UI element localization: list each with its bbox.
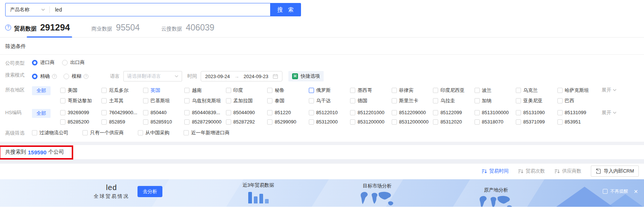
hs-checkbox-item[interactable]: 853951 (557, 119, 599, 125)
advanced-checkbox-item[interactable]: 过滤物流公司 (32, 129, 68, 136)
hs-checkbox-item[interactable]: 760429900... (101, 110, 143, 115)
checkbox[interactable] (433, 119, 438, 125)
hs-checkbox-item[interactable]: 85285200 (60, 119, 101, 125)
hs-checkbox-item[interactable]: 85122099 (433, 110, 474, 115)
hs-checkbox-item[interactable]: 85312000 (309, 119, 350, 125)
checkbox[interactable] (475, 110, 480, 115)
quick-options-button[interactable]: ⌘ 快捷选项 (288, 71, 324, 81)
checkbox[interactable] (60, 98, 65, 103)
search-button[interactable]: 搜 索 (270, 3, 301, 16)
checkbox[interactable] (60, 119, 65, 125)
search-category-dropdown[interactable]: 产品名称 (6, 3, 49, 16)
checkbox[interactable] (392, 88, 397, 93)
checkbox[interactable] (226, 98, 231, 103)
radio-icon[interactable] (64, 74, 69, 79)
hs-checkbox-item[interactable]: 8512201000 (350, 110, 391, 115)
hs-checkbox-item[interactable]: 85287292 (226, 119, 267, 125)
region-checkbox-item[interactable]: 巴基斯坦 (143, 97, 184, 104)
checkbox[interactable] (60, 88, 65, 93)
card-origin-analysis[interactable]: 原产地分析 (474, 187, 518, 207)
checkbox[interactable] (226, 88, 231, 93)
hs-checkbox-item[interactable]: 850440 (143, 110, 184, 115)
checkbox[interactable] (433, 98, 438, 103)
checkbox[interactable] (138, 130, 143, 135)
region-checkbox-item[interactable]: 加纳 (475, 97, 516, 104)
dismiss-checkbox[interactable] (603, 189, 608, 194)
radio-selected-icon[interactable] (32, 60, 38, 65)
checkbox[interactable] (350, 88, 355, 93)
hs-all-chip[interactable]: 全部 (32, 109, 51, 118)
radio-fuzzy-mode[interactable]: 模糊 (64, 73, 81, 80)
card-trade-data[interactable]: 近3年贸易数据 (238, 182, 279, 203)
hs-checkbox-item[interactable]: 8512209000 (392, 110, 433, 115)
hs-checkbox-item[interactable]: 85371099 (516, 119, 557, 125)
region-checkbox-item[interactable]: 巴西 (557, 97, 599, 104)
region-checkbox-item[interactable]: 美国 (60, 87, 101, 94)
checkbox[interactable] (184, 88, 190, 93)
hs-checkbox-item[interactable]: 39269099 (60, 110, 101, 115)
hs-checkbox-item[interactable]: 8531200000 (350, 119, 391, 125)
checkbox[interactable] (350, 110, 355, 115)
checkbox[interactable] (516, 110, 521, 115)
region-checkbox-item[interactable]: 乌克兰 (516, 87, 557, 94)
advanced-checkbox-item[interactable]: 从中国采购 (138, 129, 169, 136)
sort-trade-time[interactable]: 贸易时间 (482, 168, 508, 174)
date-end[interactable]: 2024-09-23 (244, 74, 269, 79)
checkbox[interactable] (101, 119, 107, 125)
tab-cloud-search-data[interactable]: 云搜数据 406039 (161, 23, 214, 37)
region-checkbox-item[interactable]: 俄罗斯 (309, 87, 350, 94)
checkbox[interactable] (226, 110, 231, 115)
checkbox[interactable] (557, 88, 563, 93)
hs-checkbox-item[interactable]: 850440839... (184, 110, 226, 115)
region-checkbox-item[interactable]: 印度 (226, 87, 267, 94)
region-checkbox-item[interactable]: 墨西哥 (350, 87, 391, 94)
checkbox[interactable] (101, 110, 107, 115)
region-expand-button[interactable]: 展开 (602, 86, 639, 93)
checkbox[interactable] (516, 119, 521, 125)
region-checkbox-item[interactable]: 越南 (184, 87, 226, 94)
checkbox[interactable] (226, 119, 231, 125)
region-checkbox-item[interactable]: 英国 (143, 87, 184, 94)
checkbox[interactable] (516, 88, 521, 93)
checkbox[interactable] (516, 98, 521, 103)
checkbox[interactable] (557, 98, 563, 103)
region-checkbox-item[interactable]: 乌拉圭 (433, 97, 474, 104)
checkbox[interactable] (143, 110, 148, 115)
radio-importer[interactable]: 进口商 (32, 59, 55, 66)
hs-checkbox-item[interactable]: 852859 (101, 119, 143, 125)
checkbox[interactable] (143, 98, 148, 103)
date-start[interactable]: 2023-09-24 (205, 74, 230, 79)
region-checkbox-item[interactable]: 乌兹别克斯坦 (184, 97, 226, 104)
hs-checkbox-item[interactable]: 851220 (267, 110, 308, 115)
hs-checkbox-item[interactable]: 85299090 (267, 119, 308, 125)
checkbox[interactable] (475, 88, 480, 93)
checkbox[interactable] (309, 88, 314, 93)
checkbox[interactable] (350, 119, 355, 125)
checkbox[interactable] (60, 110, 65, 115)
checkbox[interactable] (143, 119, 148, 125)
region-checkbox-item[interactable]: 土耳其 (101, 97, 143, 104)
checkbox[interactable] (184, 98, 190, 103)
results-count[interactable]: 159590 (28, 149, 46, 155)
checkbox[interactable] (392, 110, 397, 115)
region-checkbox-item[interactable]: 泰国 (267, 97, 308, 104)
hs-checkbox-item[interactable]: 8513100000 (475, 110, 516, 115)
checkbox[interactable] (433, 88, 438, 93)
region-checkbox-item[interactable]: 亚美尼亚 (516, 97, 557, 104)
checkbox[interactable] (32, 130, 37, 135)
checkbox[interactable] (475, 98, 480, 103)
checkbox[interactable] (433, 110, 438, 115)
region-checkbox-item[interactable]: 孟加拉国 (226, 97, 267, 104)
checkbox[interactable] (392, 119, 397, 125)
card-target-market[interactable]: 目标市场分析 (355, 183, 399, 207)
checkbox[interactable] (184, 119, 190, 125)
hs-checkbox-item[interactable]: 85285910 (143, 119, 184, 125)
checkbox[interactable] (143, 88, 148, 93)
checkbox[interactable] (309, 110, 314, 115)
checkbox[interactable] (350, 98, 355, 103)
sort-supplier-count[interactable]: 供应商数 (554, 168, 581, 174)
checkbox[interactable] (184, 130, 189, 135)
checkbox[interactable] (267, 98, 272, 103)
import-crm-button[interactable]: 导入内部CRM (591, 166, 639, 177)
checkbox[interactable] (267, 110, 272, 115)
